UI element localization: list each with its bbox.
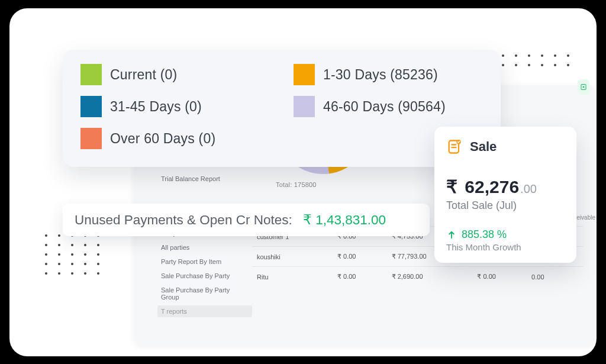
swatch-current <box>80 64 102 85</box>
aging-chart-total: Total: 175800 <box>276 181 317 188</box>
unused-payments-pill: Unused Payments & Open Cr Notes: ₹ 1,43,… <box>63 204 430 236</box>
cell-amount: ₹ 2,690.00 <box>387 267 473 287</box>
sale-growth: 885.38 % <box>446 228 565 241</box>
sale-summary-card: Sale ₹ 62,276 .00 Total Sale (Jul) 885.3… <box>434 127 576 263</box>
legend-label: Over 60 Days (0) <box>110 131 215 147</box>
legend-item-31-45: 31-45 Days (0) <box>80 92 270 121</box>
unused-payments-label: Unused Payments & Open Cr Notes: <box>75 212 292 228</box>
sale-growth-pct: 885.38 % <box>462 228 507 241</box>
table-row[interactable]: Ritu ₹ 0.00 ₹ 2,690.00 ₹ 0.00 0.00 <box>252 267 584 287</box>
cell-party: koushiki <box>252 247 333 267</box>
export-excel-button[interactable] <box>578 79 589 95</box>
sidebar-item-sale-purchase-by-party-group[interactable]: Sale Purchase By Party Group <box>157 284 252 303</box>
sale-currency: ₹ <box>446 176 457 197</box>
swatch-46-60 <box>294 96 315 117</box>
legend-item-current: Current (0) <box>80 60 270 89</box>
cell-amount: ₹ 0.00 <box>472 267 527 287</box>
legend-label: 1-30 Days (85236) <box>323 67 438 83</box>
cell-amount: ₹ 0.00 <box>333 247 387 267</box>
sidebar-item-all-parties[interactable]: All parties <box>157 241 252 253</box>
legend-item-over-60: Over 60 Days (0) <box>80 124 270 153</box>
sale-subtitle: Total Sale (Jul) <box>446 199 565 212</box>
legend-label: 31-45 Days (0) <box>110 99 202 115</box>
sidebar-item-trial-balance[interactable]: Trial Balance Report <box>157 173 240 185</box>
swatch-31-45 <box>80 96 102 117</box>
sidebar-item-sale-purchase-by-party[interactable]: Sale Purchase By Party <box>157 270 252 282</box>
arrow-up-icon <box>446 230 457 240</box>
legend-item-1-30: 1-30 Days (85236) <box>294 60 483 89</box>
sale-amount: ₹ 62,276 .00 <box>446 176 565 197</box>
receipt-icon <box>446 138 463 155</box>
sale-amount-int: 62,276 <box>465 177 519 197</box>
sale-growth-label: This Month Growth <box>446 242 565 252</box>
legend-label: Current (0) <box>110 67 177 83</box>
cell-amount: 0.00 <box>527 267 584 287</box>
swatch-over-60 <box>80 128 102 149</box>
excel-icon <box>580 83 587 91</box>
dashboard-canvas: Sale Aging Cash flow Trial Balance Repor… <box>9 8 597 356</box>
sidebar-item-t-reports[interactable]: T reports <box>157 305 252 317</box>
sale-amount-dec: .00 <box>520 182 537 196</box>
report-sidebar-lower: Party wise Profit & Loss All parties Par… <box>157 227 252 317</box>
legend-label: 46-60 Days (90564) <box>323 99 446 115</box>
decor-dots-top-right <box>489 54 570 67</box>
cell-party: Ritu <box>252 267 333 287</box>
decor-dots-mid-left <box>45 234 101 276</box>
swatch-1-30 <box>294 64 315 85</box>
cell-amount: ₹ 0.00 <box>333 267 387 287</box>
sidebar-item-party-report-by-item[interactable]: Party Report By Item <box>157 256 252 268</box>
unused-payments-amount: ₹ 1,43,831.00 <box>303 212 386 228</box>
sale-card-title: Sale <box>470 139 497 154</box>
legend-item-46-60: 46-60 Days (90564) <box>294 92 483 121</box>
